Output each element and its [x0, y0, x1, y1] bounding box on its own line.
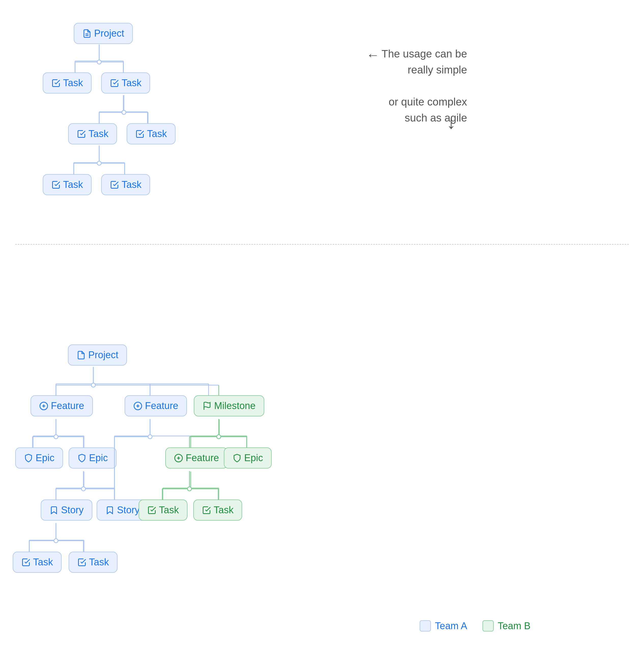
- legend-team-b: Team B: [483, 620, 531, 632]
- d2-task1-label: Task: [33, 557, 53, 568]
- d2-milestone-label: Milestone: [214, 401, 256, 411]
- d1-task2-node: Task: [101, 72, 150, 94]
- checkbox-icon: [51, 78, 61, 88]
- shield-icon: [77, 454, 87, 463]
- legend: Team A Team B: [420, 620, 531, 632]
- svg-point-97: [82, 487, 86, 491]
- d2-task1-node: Task: [13, 552, 62, 573]
- d1-task6-node: Task: [101, 174, 150, 195]
- d2-story1-label: Story: [61, 505, 84, 516]
- checkbox-icon: [135, 130, 145, 139]
- svg-point-93: [122, 110, 126, 114]
- d2-milestone-node: Milestone: [194, 395, 264, 416]
- d2-project-label: Project: [88, 349, 118, 361]
- checkbox-icon: [51, 180, 61, 189]
- d2-task3-node: Task: [139, 500, 187, 521]
- bookmark-icon: [105, 506, 114, 515]
- d2-feature1-node: Feature: [30, 395, 93, 416]
- svg-point-100: [217, 435, 221, 439]
- checkbox-icon: [21, 558, 30, 567]
- flag-icon: [202, 402, 212, 411]
- shield-icon: [232, 454, 242, 463]
- checkbox-icon: [202, 506, 211, 515]
- document-icon: [76, 350, 86, 360]
- d1-task3-node: Task: [68, 123, 117, 144]
- arrow-left-icon: ←: [366, 47, 379, 63]
- d2-epic3-node: Epic: [224, 448, 272, 468]
- legend-box-green: [483, 620, 494, 632]
- d1-task4-node: Task: [127, 123, 176, 144]
- bookmark-icon: [49, 506, 59, 515]
- plus-circle-icon: [133, 402, 142, 411]
- d2-epic3-label: Epic: [244, 453, 263, 463]
- d2-project-node: Project: [68, 344, 127, 366]
- d1-task1-label: Task: [63, 77, 83, 89]
- checkbox-icon: [77, 130, 86, 139]
- checkbox-icon: [110, 78, 119, 88]
- d1-task3-label: Task: [89, 129, 108, 139]
- d2-task4-node: Task: [193, 500, 242, 521]
- d2-epic2-label: Epic: [89, 453, 108, 463]
- document-icon: [83, 29, 92, 38]
- d2-epic2-node: Epic: [69, 448, 116, 468]
- svg-point-101: [187, 487, 192, 491]
- d1-task1-node: Task: [43, 72, 92, 94]
- checkbox-icon: [147, 506, 156, 515]
- d2-feature2-label: Feature: [145, 401, 178, 411]
- d2-story1-node: Story: [41, 500, 92, 521]
- d1-project-node: Project: [74, 23, 133, 44]
- svg-point-95: [91, 383, 95, 387]
- d2-task2-node: Task: [69, 552, 117, 573]
- d2-task2-label: Task: [89, 557, 109, 568]
- d2-epic1-label: Epic: [36, 453, 54, 463]
- legend-box-blue: [420, 620, 431, 632]
- d2-task4-label: Task: [214, 505, 234, 516]
- svg-point-99: [148, 435, 152, 439]
- checkbox-icon: [77, 558, 87, 567]
- d2-epic1-node: Epic: [15, 448, 63, 468]
- d2-task3-label: Task: [159, 505, 179, 516]
- svg-point-98: [54, 539, 58, 543]
- d1-task6-label: Task: [121, 179, 141, 190]
- plus-circle-icon: [174, 454, 183, 463]
- section-divider: [15, 244, 629, 245]
- checkbox-icon: [110, 180, 119, 189]
- d2-feature3-node: Feature: [165, 448, 228, 468]
- d1-task4-label: Task: [147, 129, 167, 139]
- shield-icon: [24, 454, 33, 463]
- d1-project-label: Project: [94, 28, 124, 39]
- legend-team-b-label: Team B: [498, 620, 531, 632]
- plus-circle-icon: [39, 402, 48, 411]
- d2-feature1-label: Feature: [51, 401, 84, 411]
- d2-feature2-node: Feature: [125, 395, 187, 416]
- svg-point-94: [97, 161, 101, 165]
- legend-team-a: Team A: [420, 620, 467, 632]
- d2-feature3-label: Feature: [186, 453, 219, 463]
- legend-team-a-label: Team A: [435, 620, 467, 632]
- svg-point-96: [54, 435, 58, 439]
- d2-story2-label: Story: [117, 505, 140, 516]
- d1-task5-node: Task: [43, 174, 92, 195]
- d1-task2-label: Task: [121, 77, 141, 89]
- svg-point-92: [97, 60, 101, 64]
- d1-task5-label: Task: [63, 179, 83, 190]
- arrow-down-icon: ↓: [447, 112, 456, 133]
